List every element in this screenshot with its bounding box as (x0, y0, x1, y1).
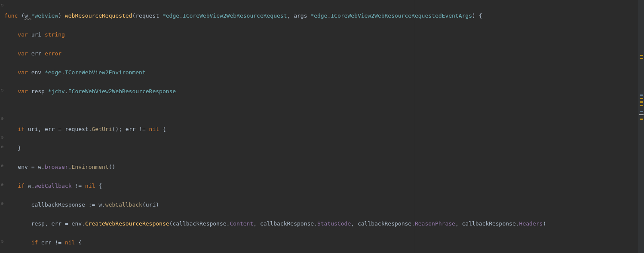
stripe-info-mark[interactable] (640, 111, 643, 112)
stripe-warning-mark[interactable] (640, 101, 643, 103)
stripe-warning-mark[interactable] (640, 105, 643, 106)
code-line[interactable]: var uri string (4, 30, 634, 40)
code-line[interactable]: } (4, 143, 634, 153)
code-line[interactable]: if w.webCallback != nil { (4, 181, 634, 191)
code-content[interactable]: func (w *webview) webResourceRequested(r… (4, 2, 634, 253)
code-line[interactable]: var err error (4, 49, 634, 58)
stripe-info-mark[interactable] (640, 94, 643, 96)
stripe-cursor-mark[interactable] (639, 114, 644, 115)
code-line[interactable]: env = w.browser.Environment() (4, 162, 634, 172)
code-line[interactable]: if err != nil { (4, 238, 634, 247)
code-line[interactable]: resp, err = env.CreateWebResourceRespons… (4, 219, 634, 229)
stripe-warning-mark[interactable] (640, 119, 643, 120)
stripe-warning-mark[interactable] (640, 98, 643, 99)
stripe-warning-mark[interactable] (640, 58, 643, 59)
stripe-warning-mark[interactable] (640, 55, 643, 56)
code-line[interactable]: callbackResponse := w.webCallback(uri) (4, 200, 634, 210)
code-line[interactable]: func (w *webview) webResourceRequested(r… (4, 11, 634, 21)
code-line[interactable] (4, 106, 634, 115)
error-stripe[interactable] (638, 0, 644, 253)
code-line[interactable]: var resp *jchv.ICoreWebView2WebResourceR… (4, 87, 634, 96)
code-line[interactable]: var env *edge.ICoreWebView2Environment (4, 68, 634, 77)
code-editor[interactable]: ⊖ ⊖ ⊖ ⊖ ⊖ ⊖ ⊖ ⊖ ⊖ func (w *webview) webR… (0, 0, 644, 253)
code-line[interactable]: if uri, err = request.GetUri(); err != n… (4, 125, 634, 134)
